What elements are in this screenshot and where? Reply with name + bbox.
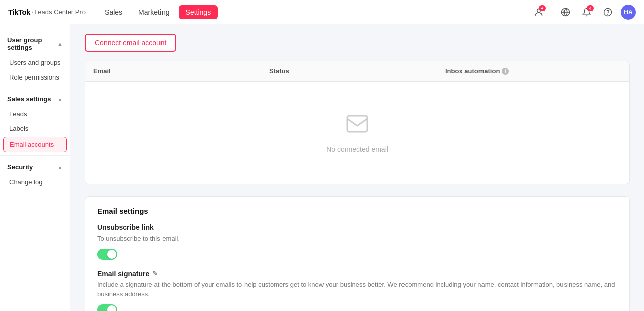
table-header: Email Status Inbox automation i [85,61,629,82]
bell-badge: 4 [587,5,594,11]
globe-button[interactable] [557,4,574,20]
nav-sales[interactable]: Sales [98,5,129,19]
globe-icon [561,8,570,17]
sidebar-group-security[interactable]: Security ▲ [0,159,70,175]
avatar[interactable]: HA [621,5,636,20]
unsubscribe-label: Unsubscribe link [97,223,617,231]
empty-text: No connected email [326,145,388,153]
info-icon[interactable]: i [502,68,509,75]
email-settings-title: Email settings [97,207,617,215]
sidebar-divider-1 [0,88,70,88]
sidebar-item-role-permissions[interactable]: Role permissions [0,70,70,85]
signature-toggle-container [97,304,617,312]
signature-toggle[interactable] [97,304,117,312]
signature-label: Email signature ✎ [97,270,617,278]
email-settings-section: Email settings Unsubscribe link To unsub… [85,196,630,311]
top-navigation: TikTok · Leads Center Pro Sales Marketin… [0,0,644,24]
logo: TikTok · Leads Center Pro [8,8,86,16]
empty-email-icon [345,112,369,140]
sidebar-group-security-label: Security [7,163,33,171]
table-empty-state: No connected email [85,82,629,184]
top-nav-menu: Sales Marketing Settings [98,5,531,19]
connect-email-button[interactable]: Connect email account [85,34,176,52]
tiktok-logo-text: TikTok [8,8,30,16]
chevron-up-icon-2: ▲ [57,96,63,102]
col-status: Status [269,67,445,75]
sidebar-item-labels[interactable]: Labels [0,121,70,136]
topnav-right-icons: ● 4 HA [531,4,636,20]
notification-badge: ● [539,5,546,11]
chevron-up-icon-3: ▲ [57,164,63,170]
sidebar-item-change-log[interactable]: Change log [0,175,70,189]
sidebar-group-user-label: User group settings [7,36,57,51]
signature-desc: Include a signature at the bottom of you… [97,280,617,299]
help-button[interactable] [600,4,616,20]
sidebar-group-sales-label: Sales settings [7,95,51,103]
col-inbox-automation: Inbox automation i [445,67,621,75]
unsubscribe-setting-row: Unsubscribe link To unsubscribe to this … [97,223,617,260]
svg-rect-4 [347,116,367,132]
sidebar-item-email-accounts[interactable]: Email accounts [3,137,67,152]
nav-settings[interactable]: Settings [179,5,218,19]
sidebar-group-user-settings[interactable]: User group settings ▲ [0,32,70,55]
unsubscribe-desc: To unsubscribe to this email, [97,234,617,244]
edit-icon[interactable]: ✎ [152,270,158,277]
email-table-container: Email Status Inbox automation i No conne… [85,61,630,184]
sidebar-divider-2 [0,156,70,156]
sidebar-item-leads[interactable]: Leads [0,107,70,121]
unsubscribe-toggle-container [97,249,617,260]
main-content: Email accounts Connect email account Ema… [70,0,644,311]
user-status-button[interactable]: ● [531,4,547,20]
unsubscribe-toggle[interactable] [97,249,117,260]
sidebar-item-users-and-groups[interactable]: Users and groups [0,55,70,70]
logo-separator: · [31,8,33,16]
sidebar-group-sales-settings[interactable]: Sales settings ▲ [0,91,70,107]
notifications-button[interactable]: 4 [579,4,595,20]
sidebar: User group settings ▲ Users and groups R… [0,24,70,311]
product-name: Leads Center Pro [34,8,86,16]
svg-point-3 [608,14,608,14]
signature-setting-row: Email signature ✎ Include a signature at… [97,270,617,312]
chevron-up-icon: ▲ [57,41,63,47]
help-icon [603,8,612,17]
nav-divider [552,7,552,17]
nav-marketing[interactable]: Marketing [131,5,176,19]
toggle-thumb [107,250,116,259]
col-email: Email [93,67,269,75]
